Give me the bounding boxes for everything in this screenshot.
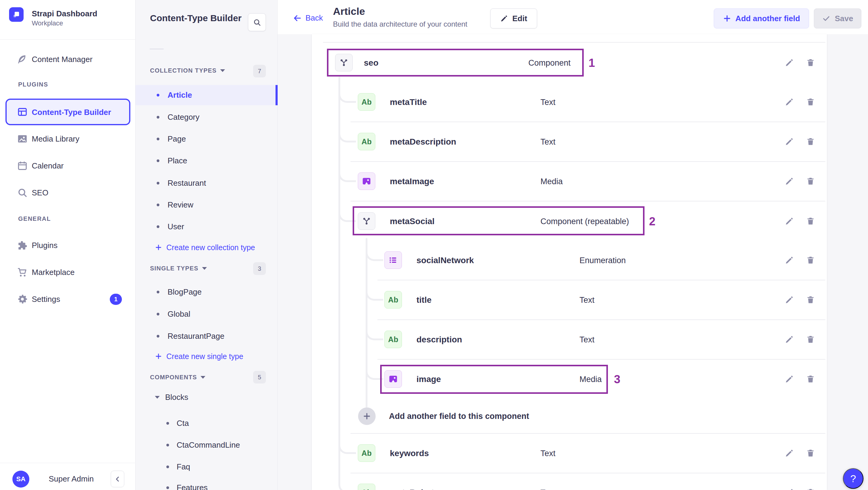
add-another-field-button[interactable]: Add another field xyxy=(714,8,809,28)
strapi-logo xyxy=(9,7,24,22)
back-link[interactable]: Back xyxy=(293,13,323,23)
collection-type-restaurant[interactable]: Restaurant xyxy=(135,173,278,193)
collection-type-page[interactable]: Page xyxy=(135,129,278,149)
sidebar-item-label: Settings xyxy=(32,295,60,304)
delete-field-button[interactable] xyxy=(806,177,815,186)
sidebar-item-content-type-builder[interactable]: Content-Type Builder xyxy=(5,99,130,125)
field-row-metasocial: metaSocial Component (repeatable) xyxy=(312,202,827,241)
delete-field-button[interactable] xyxy=(806,449,815,458)
check-icon xyxy=(822,14,831,23)
arrow-left-icon xyxy=(293,13,302,23)
sidebar-item-settings[interactable]: Settings 1 xyxy=(0,288,135,310)
pencil-icon xyxy=(785,488,794,490)
field-type: Component (repeatable) xyxy=(540,217,629,226)
bullet-icon xyxy=(166,444,169,447)
edit-field-button[interactable] xyxy=(785,217,794,226)
sidebar-item-label: Content Manager xyxy=(32,55,93,64)
single-type-global[interactable]: Global xyxy=(135,304,278,324)
sidebar-item-label: Media Library xyxy=(32,134,80,144)
save-button[interactable]: Save xyxy=(814,8,861,28)
delete-field-button[interactable] xyxy=(806,137,815,146)
sidebar-item-content-manager[interactable]: Content Manager xyxy=(0,49,135,70)
avatar[interactable]: SA xyxy=(12,471,29,488)
component-features[interactable]: Features xyxy=(135,478,278,490)
sidebar-item-marketplace[interactable]: Marketplace xyxy=(0,261,135,283)
edit-field-button[interactable] xyxy=(785,449,794,458)
item-label: Article xyxy=(167,90,192,100)
edit-field-button[interactable] xyxy=(785,255,794,265)
item-label: Global xyxy=(167,309,190,319)
component-cta[interactable]: Cta xyxy=(135,413,278,433)
collapse-sidebar-button[interactable] xyxy=(111,471,124,487)
single-types-toggle[interactable]: SINGLE TYPES xyxy=(150,265,207,272)
delete-field-button[interactable] xyxy=(806,295,815,304)
edit-field-button[interactable] xyxy=(785,137,794,146)
divider xyxy=(150,49,164,49)
item-label: RestaurantPage xyxy=(167,332,224,341)
delete-field-button[interactable] xyxy=(806,374,815,384)
item-label: BlogPage xyxy=(167,287,202,297)
delete-field-button[interactable] xyxy=(806,217,815,226)
pencil-icon xyxy=(785,97,794,106)
bullet-icon xyxy=(166,422,169,425)
sidebar-item-media-library[interactable]: Media Library xyxy=(0,128,135,150)
search-button[interactable] xyxy=(248,13,266,31)
plus-icon xyxy=(363,412,371,421)
edit-field-button[interactable] xyxy=(785,335,794,344)
delete-field-button[interactable] xyxy=(806,335,815,344)
collection-type-category[interactable]: Category xyxy=(135,107,278,127)
feather-icon xyxy=(17,54,28,65)
component-group-blocks[interactable]: Blocks xyxy=(135,387,278,407)
bullet-icon xyxy=(166,465,169,468)
field-row-metarobots: Ab metaRobots Text xyxy=(312,473,827,490)
edit-field-button[interactable] xyxy=(785,58,794,67)
components-toggle[interactable]: COMPONENTS xyxy=(150,374,205,381)
field-name: metaSocial xyxy=(390,217,435,226)
field-type: Text xyxy=(540,137,556,147)
fields-table: seo Component Ab metaTitle Text Ab metaD… xyxy=(312,34,827,490)
component-faq[interactable]: Faq xyxy=(135,457,278,477)
delete-field-button[interactable] xyxy=(806,255,815,265)
bullet-icon xyxy=(157,225,159,228)
component-icon xyxy=(362,216,371,226)
add-field-to-component-label: Add another field to this component xyxy=(389,412,529,421)
sidebar-item-seo[interactable]: SEO xyxy=(0,182,135,204)
collection-type-review[interactable]: Review xyxy=(135,195,278,215)
add-field-to-component-button[interactable]: Add another field to this component xyxy=(312,397,827,436)
collection-types-toggle[interactable]: COLLECTION TYPES xyxy=(150,67,225,74)
create-collection-type-link[interactable]: Create new collection type xyxy=(135,238,278,257)
main-sidebar: Strapi Dashboard Workplace Content Manag… xyxy=(0,0,135,490)
settings-badge: 1 xyxy=(110,294,122,305)
delete-field-button[interactable] xyxy=(806,97,815,106)
field-row-title: Ab title Text xyxy=(312,280,827,319)
media-icon xyxy=(362,176,371,186)
single-type-blogpage[interactable]: BlogPage xyxy=(135,282,278,302)
media-field-icon xyxy=(358,173,375,190)
delete-field-button[interactable] xyxy=(806,488,815,490)
main-area: Back Article Build the data architecture… xyxy=(278,0,868,490)
edit-field-button[interactable] xyxy=(785,374,794,384)
delete-field-button[interactable] xyxy=(806,58,815,67)
field-row-metatitle: Ab metaTitle Text xyxy=(312,82,827,122)
chevron-down-icon xyxy=(220,69,225,72)
help-button[interactable]: ? xyxy=(843,468,864,489)
trash-icon xyxy=(806,488,815,490)
annotation-number-1: 1 xyxy=(589,57,595,69)
edit-field-button[interactable] xyxy=(785,295,794,304)
text-field-icon: Ab xyxy=(384,331,402,348)
sidebar-item-calendar[interactable]: Calendar xyxy=(0,155,135,177)
edit-field-button[interactable] xyxy=(785,488,794,490)
sidebar-item-plugins[interactable]: Plugins xyxy=(0,235,135,256)
create-single-type-link[interactable]: Create new single type xyxy=(135,346,278,366)
trash-icon xyxy=(806,374,815,384)
collection-type-user[interactable]: User xyxy=(135,217,278,237)
edit-button[interactable]: Edit xyxy=(490,8,537,28)
single-type-restaurantpage[interactable]: RestaurantPage xyxy=(135,326,278,346)
pencil-icon xyxy=(500,14,508,22)
field-row-socialnetwork: socialNetwork Enumeration xyxy=(312,241,827,280)
edit-field-button[interactable] xyxy=(785,97,794,106)
collection-type-article[interactable]: Article xyxy=(135,85,278,105)
edit-field-button[interactable] xyxy=(785,177,794,186)
component-ctacommandline[interactable]: CtaCommandLine xyxy=(135,435,278,455)
collection-type-place[interactable]: Place xyxy=(135,151,278,171)
